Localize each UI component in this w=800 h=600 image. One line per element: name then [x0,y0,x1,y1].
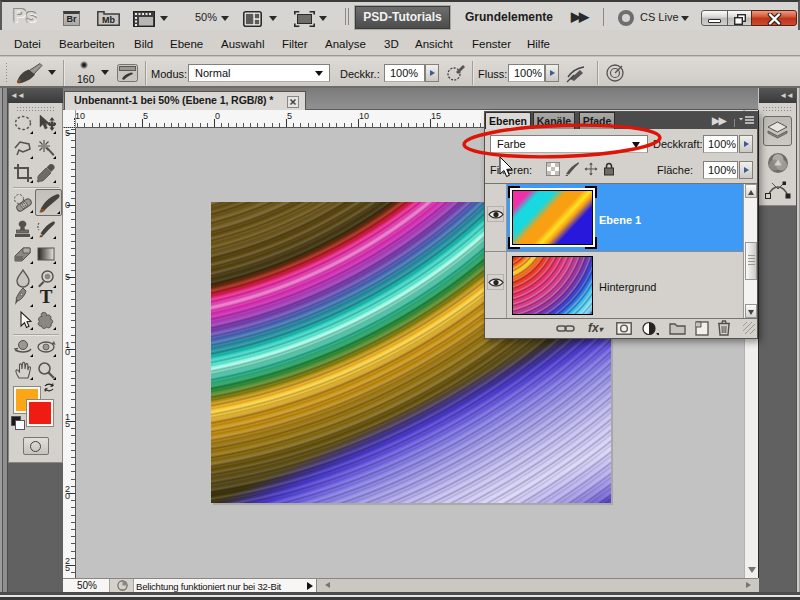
svg-text:Mb: Mb [102,15,115,25]
svg-text:T: T [40,287,53,307]
